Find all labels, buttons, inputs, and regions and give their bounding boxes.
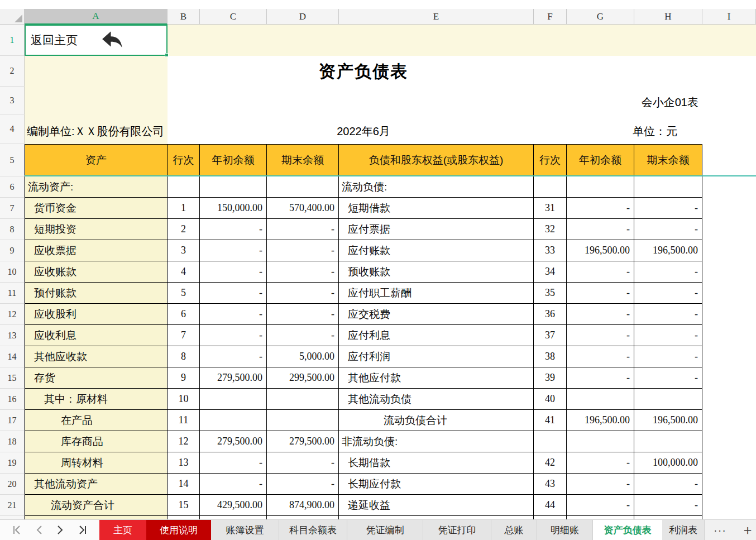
cell-H19[interactable]: 100,000.00 [634, 452, 702, 474]
cell-B16[interactable]: 10 [168, 389, 200, 410]
cell-I7[interactable] [702, 198, 756, 219]
cell-H21[interactable]: - [634, 495, 702, 516]
cell-B20[interactable]: 14 [168, 474, 200, 495]
cell-E13[interactable]: 应付利息 [339, 325, 534, 346]
sheet-tab-10[interactable]: 利润表 [662, 520, 705, 540]
row-header-17[interactable]: 17 [0, 410, 25, 431]
cell-D15[interactable]: 299,500.00 [267, 367, 339, 389]
row-header-8[interactable]: 8 [0, 219, 25, 240]
cell-E8[interactable]: 应付票据 [339, 219, 534, 240]
sheet-tab-3[interactable]: 账簿设置 [211, 520, 279, 540]
cell-A20[interactable]: 其他流动资产 [25, 474, 168, 495]
nav-first-sheet-icon[interactable] [12, 525, 23, 535]
cell-A21[interactable]: 流动资产合计 [25, 495, 168, 516]
select-all-corner[interactable] [0, 9, 25, 25]
cell-B13[interactable]: 7 [168, 325, 200, 346]
cell-E14[interactable]: 应付利润 [339, 346, 534, 367]
cell-G15[interactable]: - [567, 367, 634, 389]
cell-E11[interactable]: 应付职工薪酬 [339, 283, 534, 304]
cell-D17[interactable] [267, 410, 339, 431]
cell-C10[interactable]: - [200, 261, 267, 283]
header-end-balance-right[interactable]: 期末余额 [634, 144, 702, 176]
cell-C6[interactable] [200, 176, 267, 198]
add-sheet-icon[interactable]: ＋ [741, 523, 754, 537]
cell-F17[interactable]: 41 [534, 410, 567, 431]
cell-D14[interactable]: 5,000.00 [267, 346, 339, 367]
cell-E12[interactable]: 应交税费 [339, 304, 534, 325]
cell-E10[interactable]: 预收账款 [339, 261, 534, 283]
cell-C19[interactable]: - [200, 452, 267, 474]
cell-D8[interactable]: - [267, 219, 339, 240]
cell-H13[interactable]: - [634, 325, 702, 346]
cell-C9[interactable]: - [200, 240, 267, 261]
header-begin-balance-right[interactable]: 年初余额 [567, 144, 634, 176]
more-sheets-icon[interactable]: ··· [714, 524, 726, 537]
cell-H6[interactable] [634, 176, 702, 198]
cell-A1-back-home[interactable]: 返回主页 [25, 25, 168, 56]
cell-I14[interactable] [702, 346, 756, 367]
cell-B9[interactable]: 3 [168, 240, 200, 261]
cell-F8[interactable]: 32 [534, 219, 567, 240]
cell-F12[interactable]: 36 [534, 304, 567, 325]
cell-B10[interactable]: 4 [168, 261, 200, 283]
cell-D13[interactable]: - [267, 325, 339, 346]
header-liabilities-equity[interactable]: 负债和股东权益(或股东权益) [339, 144, 534, 176]
cell-A16[interactable]: 其中：原材料 [25, 389, 168, 410]
cell-I16[interactable] [702, 389, 756, 410]
sheet-tab-4[interactable]: 科目余额表 [279, 520, 347, 540]
cell-D18[interactable]: 279,500.00 [267, 431, 339, 452]
cell-H15[interactable]: - [634, 367, 702, 389]
cell-I13[interactable] [702, 325, 756, 346]
cell-H9[interactable]: 196,500.00 [634, 240, 702, 261]
header-line-no-left[interactable]: 行次 [168, 144, 200, 176]
cell-C8[interactable]: - [200, 219, 267, 240]
sheet-tab-7[interactable]: 总账 [491, 520, 537, 540]
cell-I12[interactable] [702, 304, 756, 325]
row-header-3[interactable]: 3 [0, 87, 25, 114]
nav-last-sheet-icon[interactable] [76, 525, 88, 535]
cell-G17[interactable]: 196,500.00 [567, 410, 634, 431]
row-header-16[interactable]: 16 [0, 389, 25, 410]
cell-B6[interactable] [168, 176, 200, 198]
column-header-C[interactable]: C [200, 9, 267, 25]
cell-A8[interactable]: 短期投资 [25, 219, 168, 240]
cell-H11[interactable]: - [634, 283, 702, 304]
sheet-tab-6[interactable]: 凭证打印 [423, 520, 491, 540]
cell-F7[interactable]: 31 [534, 198, 567, 219]
column-header-H[interactable]: H [634, 9, 702, 25]
cell-A10[interactable]: 应收账款 [25, 261, 168, 283]
cell-G7[interactable]: - [567, 198, 634, 219]
cell-I21[interactable] [702, 495, 756, 516]
cell-F20[interactable]: 43 [534, 474, 567, 495]
cell-D21[interactable]: 874,900.00 [267, 495, 339, 516]
column-header-F[interactable]: F [534, 9, 567, 25]
sheet-tab-5[interactable]: 凭证编制 [347, 520, 423, 540]
row-header-1[interactable]: 1 [0, 25, 25, 56]
cell-D16[interactable] [267, 389, 339, 410]
cell-I15[interactable] [702, 367, 756, 389]
row-header-6[interactable]: 6 [0, 176, 25, 198]
cell-D20[interactable]: - [267, 474, 339, 495]
cell-A11[interactable]: 预付账款 [25, 283, 168, 304]
sheet-tab-2[interactable]: 使用说明 [146, 520, 211, 540]
cell-C11[interactable]: - [200, 283, 267, 304]
row-header-2[interactable]: 2 [0, 56, 25, 87]
cell-E7[interactable]: 短期借款 [339, 198, 534, 219]
cell-A15[interactable]: 存货 [25, 367, 168, 389]
cell-I11[interactable] [702, 283, 756, 304]
cell-G20[interactable]: - [567, 474, 634, 495]
cell-B15[interactable]: 9 [168, 367, 200, 389]
cell-G8[interactable]: - [567, 219, 634, 240]
cell-B8[interactable]: 2 [168, 219, 200, 240]
cell-I18[interactable] [702, 431, 756, 452]
cell-G19[interactable]: - [567, 452, 634, 474]
cell-D12[interactable]: - [267, 304, 339, 325]
cell-D6[interactable] [267, 176, 339, 198]
cell-B7[interactable]: 1 [168, 198, 200, 219]
cell-I17[interactable] [702, 410, 756, 431]
cell-D19[interactable]: - [267, 452, 339, 474]
sheet-tab-8[interactable]: 明细账 [537, 520, 593, 540]
cell-G6[interactable] [567, 176, 634, 198]
cell-G13[interactable]: - [567, 325, 634, 346]
cell-A19[interactable]: 周转材料 [25, 452, 168, 474]
